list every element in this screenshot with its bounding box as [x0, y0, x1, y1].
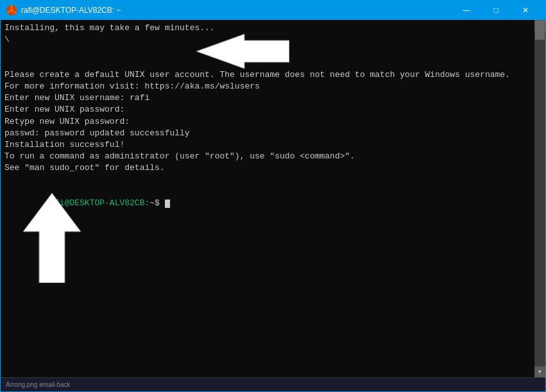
window-title: rafi@DESKTOP-ALV82CB: ~ [21, 6, 452, 15]
window-controls: — □ ✕ [452, 1, 540, 20]
terminal-line: Please create a default UNIX user accoun… [4, 69, 531, 81]
terminal-output[interactable]: Installing, this may take a few minutes.… [1, 20, 534, 377]
terminal-line: Retype new UNIX password: [4, 116, 531, 128]
svg-point-4 [7, 12, 9, 13]
svg-point-3 [14, 12, 16, 13]
prompt-symbol: $ [155, 198, 165, 208]
terminal-body[interactable]: Installing, this may take a few minutes.… [1, 20, 545, 377]
scrollbar[interactable]: ▲ ▼ [534, 20, 545, 377]
terminal-line [4, 174, 531, 185]
terminal-line: Enter new UNIX password: [4, 104, 531, 115]
terminal-line: passwd: password updated successfully [4, 128, 531, 139]
terminal-line [4, 58, 531, 69]
app-icon [6, 4, 17, 16]
terminal-prompt-line: rafi@DESKTOP-ALV82CB:~$ [4, 186, 531, 221]
close-button[interactable]: ✕ [511, 1, 540, 20]
cursor [165, 200, 170, 208]
terminal-line [4, 46, 531, 57]
prompt-path: ~ [149, 198, 155, 208]
terminal-line: Installing, this may take a few minutes.… [4, 22, 531, 34]
terminal-line: For more information visit: https://aka.… [4, 81, 531, 92]
scroll-thumb[interactable] [535, 21, 545, 40]
terminal-line: \ [4, 34, 531, 46]
svg-point-2 [11, 6, 13, 8]
taskbar-text: Arrong.png email-back [6, 381, 71, 388]
scroll-down-button[interactable]: ▼ [534, 366, 545, 377]
terminal-window: rafi@DESKTOP-ALV82CB: ~ — □ ✕ Installing… [0, 0, 546, 392]
terminal-line: See "man sudo_root" for details. [4, 162, 531, 174]
taskbar: Arrong.png email-back [1, 377, 545, 391]
terminal-line: Enter new UNIX username: rafi [4, 92, 531, 104]
terminal-line: To run a command as administrator (user … [4, 151, 531, 162]
terminal-line: Installation successful! [4, 139, 531, 151]
prompt-user-host: rafi@DESKTOP-ALV82CB: [44, 198, 149, 208]
minimize-button[interactable]: — [452, 1, 481, 20]
svg-point-1 [10, 8, 13, 12]
titlebar: rafi@DESKTOP-ALV82CB: ~ — □ ✕ [1, 1, 545, 20]
maximize-button[interactable]: □ [481, 1, 511, 20]
